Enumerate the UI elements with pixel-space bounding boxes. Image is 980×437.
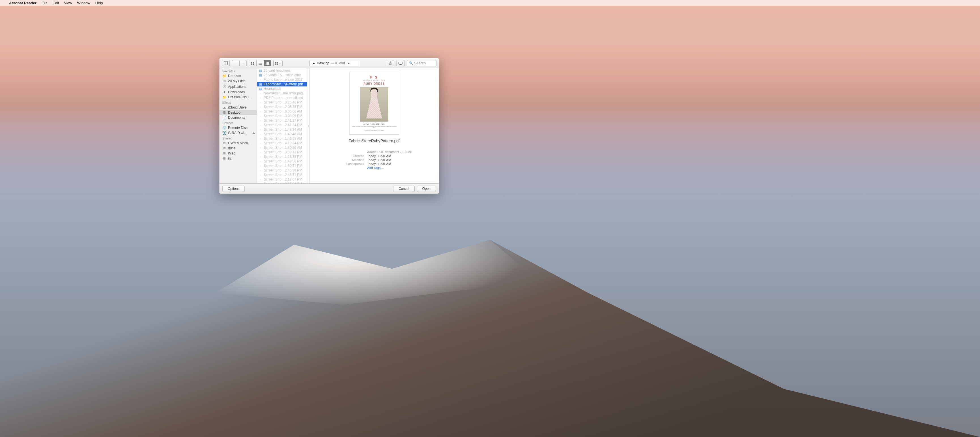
search-icon: 🔍 [409,61,413,65]
file-row[interactable]: ▤Heartattack [257,86,307,91]
file-row[interactable]: ▫︎Screen Sho…2.41.34 PM [257,123,307,127]
file-row[interactable]: ▫︎Screen Sho…1.49.55 AM [257,136,307,141]
back-button[interactable]: ‹ [232,60,239,66]
file-row[interactable]: ▫︎Screen Sho…2.41.27 PM [257,118,307,123]
menu-view[interactable]: View [64,1,72,5]
sidebar-item-label: dune [228,146,235,150]
file-row[interactable]: ▫︎PDF Pattern…n email.psd [257,96,307,100]
file-row[interactable]: ▫︎Fabric Love…ersion 2017 [257,77,307,82]
file-row[interactable]: ▫︎Screen Sho…1.30.26 AM [257,145,307,150]
forward-button[interactable]: › [239,60,247,66]
view-column-button[interactable] [264,60,271,66]
downloads-icon: ⬇︎ [222,90,226,94]
meta-key: Created [336,154,364,158]
file-name: Screen Sho…1.49.55 AM [264,137,305,140]
file-row[interactable]: ▫︎Screen Sho…1.50.51 PM [257,164,307,168]
file-name: Screen Sho…2.46.38 PM [264,168,305,172]
wallpaper-mountain [0,197,980,437]
sidebar-toggle-button[interactable] [222,60,230,66]
file-row[interactable]: ▫︎Screen Sho…2.05.35 PM [257,105,307,109]
sidebar-item[interactable]: 📁Creative Clou… [220,95,257,100]
cancel-button[interactable]: Cancel [393,186,414,192]
file-row[interactable]: ▫︎Newsletter…me letter.png [257,91,307,96]
sidebar-item-label: Applications [228,85,247,89]
add-tags-link[interactable]: Add Tags… [367,166,384,169]
preview-pane: F S FABRICS-STORE.COM RUBY DRESS A PLAY … [310,68,439,183]
file-name: Newsletter…me letter.png [264,91,305,95]
file-name: 25 yards FS…finish offer [264,73,305,77]
file-row[interactable]: ▫︎Screen Sho…2.46.38 PM [257,168,307,172]
thumb-caption-3: Multi-Sized Print/Layered PDF Pattern [364,129,384,131]
path-suffix: — iCloud [331,61,345,65]
thumb-logo: F S [370,75,378,79]
sidebar-item[interactable]: ⬇︎Downloads [220,89,257,95]
folder-icon: 📁 [222,74,226,78]
path-popup[interactable]: ☁︎ Desktop — iCloud ▴▾ [309,60,360,66]
sidebar-item[interactable]: ☁︎iCloud Drive [220,105,257,110]
sidebar-item[interactable]: 💿Remote Disc [220,125,257,130]
file-name: Screen Sho…1.48.34 AM [264,128,305,131]
search-field[interactable]: 🔍 Search [407,60,436,66]
file-row[interactable]: ▫︎Screen Sho…2.46.51 PM [257,172,307,177]
sidebar-item[interactable]: 💽G-RAID wi…⏏ [220,130,257,136]
sidebar-item[interactable]: ⒶApplications [220,84,257,89]
sidebar-item-label: CWM's AirPo… [228,141,251,145]
file-row[interactable]: ▫︎Screen Sho…2.17.07 PM [257,177,307,182]
file-name: Screen Sho…3.08.09 PM [264,114,305,118]
sidebar-item[interactable]: 📄Documents [220,115,257,120]
group-by-button[interactable]: ⌵ [273,60,283,66]
tags-button[interactable] [396,60,405,66]
search-placeholder: Search [414,61,426,65]
svg-rect-13 [277,62,278,63]
view-icon-button[interactable] [249,60,256,66]
file-row[interactable]: ▫︎Screen Sho…1.13.35 PM [257,155,307,159]
file-row[interactable]: ▫︎Screen Sho…3.59.13 PM [257,150,307,155]
menu-help[interactable]: Help [95,1,103,5]
file-row[interactable]: ▫︎Screen Sho…4.19.24 PM [257,141,307,145]
file-name: 25 yard headlines [264,69,305,73]
sidebar-item[interactable]: 🖥irc [220,156,257,161]
sidebar-item[interactable]: 🖥iMac [220,151,257,156]
preview-kind: Adobe PDF document - 1.3 MB [367,150,412,154]
sidebar-item[interactable]: 📁Dropbox [220,73,257,78]
sidebar-item[interactable]: 🗂All My Files [220,78,257,84]
file-row[interactable]: ▤25 yard headlines [257,68,307,73]
file-name: Screen Sho…1.13.35 PM [264,155,305,159]
sidebar-item-label: All My Files [228,79,245,83]
file-row[interactable]: ▫︎Screen Sho…3.08.09 PM [257,114,307,118]
open-button[interactable]: Open [417,186,436,192]
sidebar-item-label: Desktop [228,110,240,115]
file-row[interactable]: ▫︎Screen Sho…1.49.48 AM [257,132,307,136]
path-location-label: Desktop [317,61,329,65]
app-name[interactable]: Acrobat Reader [9,1,37,5]
file-row[interactable]: ▫︎Screen Sho…0.06.06 AM [257,109,307,114]
file-row[interactable]: ▤25 yards FS…finish offer [257,73,307,77]
column-resize-handle[interactable]: ‖ [307,68,310,183]
cloud-icon: ☁︎ [312,61,315,65]
file-name: Screen Sho…1.50.51 PM [264,164,305,168]
file-row[interactable]: ▫︎Screen Sho…1.48.34 AM [257,127,307,132]
menu-window[interactable]: Window [77,1,90,5]
file-name: Screen Sho…1.49.48 AM [264,132,305,136]
file-row[interactable]: ▤FabricsStor…yPattern.pdf [257,82,307,86]
options-button[interactable]: Options [222,186,245,192]
sidebar-item[interactable]: 🖥CWM's AirPo… [220,140,257,146]
sidebar-item[interactable]: 🖥dune [220,146,257,151]
eject-icon[interactable]: ⏏ [252,131,255,135]
dialog-body: Favorites📁Dropbox🗂All My FilesⒶApplicati… [220,68,439,183]
file-name: Fabric Love…ersion 2017 [264,78,305,81]
menu-edit[interactable]: Edit [52,1,59,5]
open-dialog: ‹ › ⌵ ☁︎ Desktop — iCloud ▴▾ [219,58,439,194]
file-row[interactable]: ▫︎Screen Sho…1.49.56 PM [257,159,307,164]
file-row[interactable]: ▫︎Screen Sho…3.26.46 PM [257,100,307,105]
view-list-button[interactable] [256,60,264,66]
svg-rect-0 [224,62,228,65]
menu-file[interactable]: File [41,1,48,5]
apps-icon: Ⓐ [222,84,226,89]
thumb-subtitle: FABRICS-STORE.COM [363,80,385,81]
sidebar-section-header: iCloud [220,100,257,105]
share-button[interactable] [387,60,394,66]
svg-rect-14 [275,64,277,65]
folder-icon: 📁 [222,95,226,99]
sidebar-item[interactable]: 🖥Desktop [220,110,257,115]
